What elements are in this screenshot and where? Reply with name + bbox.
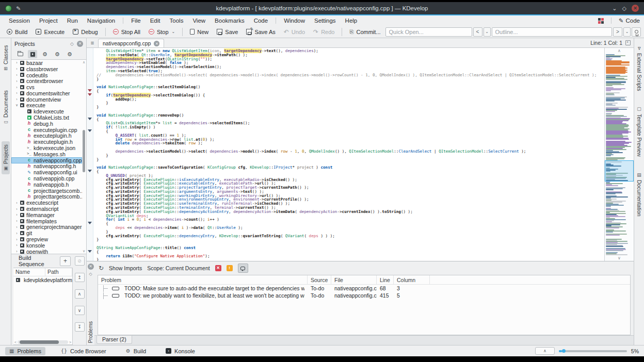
code-text-area[interactable]: QListWidgetItem* item = new QListWidgetI… (93, 48, 604, 261)
expander-icon[interactable]: › (14, 207, 19, 211)
tree-item-nativeappjob-h[interactable]: hnativeappjob.h (11, 182, 82, 188)
commit-button[interactable]: ⎘Commit... (346, 28, 384, 36)
column-header-path[interactable]: Path (45, 268, 72, 276)
tree-item-messages-sh[interactable]: >_Messages.sh (11, 151, 82, 157)
add-build-item-button[interactable]: + (60, 256, 71, 266)
tree-item-projecttargetscomb-[interactable]: hprojecttargetscomb... (11, 194, 82, 200)
fold-marker-icon[interactable] (88, 129, 92, 132)
stop-button[interactable]: Stop⌄ (145, 28, 179, 36)
back-dropdown-button[interactable]: ⌄ (484, 27, 491, 37)
redo-button[interactable]: ↷Redo (310, 28, 338, 36)
expander-icon[interactable]: › (14, 232, 19, 235)
tab-documents[interactable]: ▯Documents (2, 87, 10, 128)
statusbar-code-browser[interactable]: {}Code Browser (57, 347, 110, 355)
tree-item-debug-h[interactable]: hdebug.h (11, 121, 82, 127)
column-header-line[interactable]: Line (377, 275, 394, 284)
scroll-left-icon[interactable]: < (14, 340, 17, 344)
fold-marker-icon[interactable] (88, 89, 92, 92)
menu-navigation[interactable]: Navigation (83, 17, 120, 25)
minimap-scrollbar[interactable]: ∧ ∨ (604, 48, 634, 261)
tree-item-openwith[interactable]: ›openwith (11, 249, 82, 254)
save-button[interactable]: Save (213, 28, 242, 36)
expander-icon[interactable]: › (14, 91, 19, 95)
debug-button[interactable]: Debug (69, 28, 101, 36)
warnings-filter-icon[interactable]: ! (227, 265, 233, 271)
move-up-button[interactable]: ∧ (75, 289, 85, 299)
scroll-down-icon[interactable]: ∨ (605, 255, 634, 261)
expander-icon[interactable]: › (14, 238, 19, 241)
problem-row[interactable]: TODO: Make sure to auto-add the executab… (98, 285, 630, 292)
forward-button[interactable]: > (613, 27, 622, 37)
tree-item-kdevexecute[interactable]: kdevexecute (11, 108, 82, 114)
scope-selector[interactable]: Scope: Current Document (147, 265, 210, 271)
menu-window[interactable]: Window (279, 17, 310, 25)
tab-documentation[interactable]: ▤Documentation (635, 170, 643, 219)
expander-icon[interactable]: › (14, 250, 19, 253)
folding-margin[interactable] (87, 48, 93, 261)
minimap-viewport[interactable] (605, 160, 634, 182)
analyze-button[interactable] (632, 27, 641, 37)
tree-item-genericprojectmanager[interactable]: ›genericprojectmanager (11, 224, 82, 231)
refresh-icon[interactable]: ↻ (99, 265, 104, 272)
tab-external-scripts[interactable]: ⊳External Scripts (635, 44, 643, 93)
close-panel-button[interactable]: ✕ (77, 41, 83, 47)
problem-row[interactable]: TODO: we probably want to flexibilize, b… (98, 292, 630, 299)
quick-open-input[interactable] (385, 27, 472, 37)
menu-edit[interactable]: Edit (146, 17, 165, 25)
show-imports-button[interactable]: Show Imports (109, 265, 142, 271)
tab-template-preview[interactable]: ▢Template Preview (635, 104, 643, 159)
move-down-button[interactable]: ∨ (75, 306, 85, 315)
tab-classes[interactable]: ⊞Classes (2, 42, 10, 74)
tree-item-filetemplates[interactable]: ›filetemplates (11, 218, 82, 224)
tree-item-konsole[interactable]: ›konsole (11, 242, 82, 249)
stop-all-button[interactable]: Stop All (109, 28, 144, 36)
tree-item-executescript[interactable]: ›executescript (11, 200, 82, 206)
fold-marker-icon[interactable] (88, 250, 92, 253)
editor-tab-active[interactable]: nativeappconfig.cpp ✕ (98, 39, 164, 47)
column-header-source[interactable]: Source (308, 275, 331, 284)
split-view-icon[interactable] (625, 40, 631, 45)
outline-input[interactable] (492, 27, 612, 37)
menu-view[interactable]: View (188, 17, 210, 25)
document-menu-icon[interactable]: ≡ (87, 40, 98, 46)
close-tab-icon[interactable]: ✕ (154, 41, 159, 46)
statusbar-konsole[interactable]: ›Konsole (162, 347, 199, 355)
fold-marker-icon[interactable] (88, 170, 92, 172)
tree-item-projecttargetscomb-[interactable]: cprojecttargetscomb... (11, 188, 82, 194)
build-sequence-row[interactable]: kdevplatf... kdevplatform (13, 276, 72, 284)
float-panel-button[interactable]: ◇ (89, 272, 92, 276)
menu-code[interactable]: Code (249, 17, 273, 25)
expander-icon[interactable]: › (14, 97, 19, 101)
menu-settings[interactable]: Settings (310, 17, 341, 25)
expander-icon[interactable]: › (14, 219, 19, 223)
tree-item-execute[interactable]: ∨execute (11, 103, 82, 109)
expander-icon[interactable]: › (14, 61, 19, 64)
menu-bookmarks[interactable]: Bookmarks (210, 17, 249, 25)
expander-icon[interactable]: › (14, 225, 19, 229)
column-header-name[interactable]: Name (13, 268, 45, 276)
tab-projects[interactable]: ▣Projects (2, 141, 10, 174)
minimize-button[interactable]: ⌄ (612, 5, 617, 12)
maximize-button[interactable]: ◇ (622, 5, 626, 12)
menu-project[interactable]: Project (35, 17, 62, 25)
tree-scrollbar[interactable] (82, 61, 86, 253)
column-header-problem[interactable]: Problem (98, 275, 308, 284)
tree-item-bazaar[interactable]: ›bazaar (11, 60, 82, 66)
tree-item-classbrowser[interactable]: ›classbrowser (11, 66, 82, 72)
tree-item-documentswitcher[interactable]: ›documentswitcher (11, 90, 82, 96)
tree-item-nativeappjob-cpp[interactable]: cnativeappjob.cpp (11, 175, 82, 182)
build-button[interactable]: Build (3, 28, 31, 36)
tree-item-iexecuteplugin-h[interactable]: hiexecuteplugin.h (11, 139, 82, 145)
scroll-up-icon[interactable]: ∧ (605, 48, 634, 54)
forward-dropdown-button[interactable]: ⌄ (623, 27, 631, 37)
tree-item-grepview[interactable]: ›grepview (11, 236, 82, 242)
tree-item-codeutils[interactable]: ›codeutils (11, 72, 82, 78)
reload-project-button[interactable]: ⚙ (53, 50, 62, 58)
column-header-column[interactable]: Column (394, 275, 430, 284)
move-top-button[interactable]: ↥ (75, 273, 85, 282)
zoom-slider[interactable] (559, 350, 627, 352)
expander-icon[interactable]: › (14, 79, 19, 83)
expander-icon[interactable]: › (14, 201, 19, 205)
expander-icon[interactable]: › (14, 67, 19, 71)
column-header-file[interactable]: File (331, 275, 377, 284)
